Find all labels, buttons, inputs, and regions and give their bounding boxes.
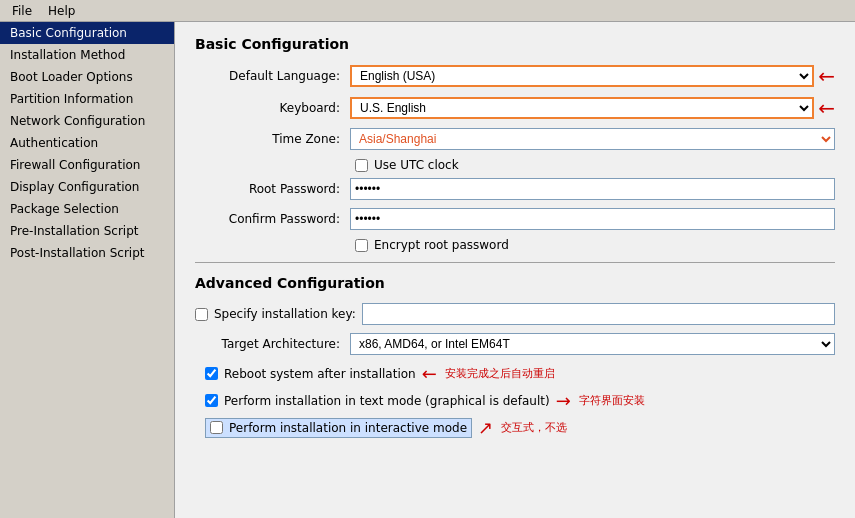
root-password-input[interactable] bbox=[350, 178, 835, 200]
root-password-control bbox=[350, 178, 835, 200]
text-mode-row: Perform installation in text mode (graph… bbox=[205, 390, 835, 411]
encrypt-password-checkbox[interactable] bbox=[355, 239, 368, 252]
confirm-password-input[interactable] bbox=[350, 208, 835, 230]
text-mode-checkbox[interactable] bbox=[205, 394, 218, 407]
encrypt-password-row: Encrypt root password bbox=[355, 238, 835, 252]
sidebar-item-boot-loader-options[interactable]: Boot Loader Options bbox=[0, 66, 174, 88]
root-password-label: Root Password: bbox=[195, 182, 350, 196]
text-mode-arrow-icon: → bbox=[556, 390, 571, 411]
interactive-highlight: Perform installation in interactive mode bbox=[205, 418, 472, 438]
reboot-arrow-icon: ← bbox=[422, 363, 437, 384]
interactive-label: Perform installation in interactive mode bbox=[229, 421, 467, 435]
sidebar-item-authentication[interactable]: Authentication bbox=[0, 132, 174, 154]
default-language-label: Default Language: bbox=[195, 69, 350, 83]
target-arch-select[interactable]: x86, AMD64, or Intel EM64T bbox=[350, 333, 835, 355]
keyboard-select[interactable]: U.S. English bbox=[350, 97, 814, 119]
default-language-select[interactable]: English (USA) bbox=[350, 65, 814, 87]
sidebar-item-partition-information[interactable]: Partition Information bbox=[0, 88, 174, 110]
text-mode-label: Perform installation in text mode (graph… bbox=[224, 394, 550, 408]
timezone-label: Time Zone: bbox=[195, 132, 350, 146]
sidebar-item-installation-method[interactable]: Installation Method bbox=[0, 44, 174, 66]
encrypt-password-label: Encrypt root password bbox=[374, 238, 509, 252]
interactive-annotation: 交互式，不选 bbox=[501, 420, 567, 435]
menu-file[interactable]: File bbox=[4, 2, 40, 20]
confirm-password-control bbox=[350, 208, 835, 230]
confirm-password-row: Confirm Password: bbox=[195, 208, 835, 230]
utc-clock-checkbox[interactable] bbox=[355, 159, 368, 172]
reboot-checkbox[interactable] bbox=[205, 367, 218, 380]
target-arch-row: Target Architecture: x86, AMD64, or Inte… bbox=[195, 333, 835, 355]
sidebar: Basic Configuration Installation Method … bbox=[0, 22, 175, 518]
sidebar-item-firewall-configuration[interactable]: Firewall Configuration bbox=[0, 154, 174, 176]
reboot-row: Reboot system after installation ← 安装完成之… bbox=[205, 363, 835, 384]
advanced-config-title: Advanced Configuration bbox=[195, 275, 835, 291]
timezone-select[interactable]: Asia/Shanghai bbox=[350, 128, 835, 150]
menubar: File Help bbox=[0, 0, 855, 22]
advanced-section: Advanced Configuration Specify installat… bbox=[195, 275, 835, 438]
sidebar-item-basic-configuration[interactable]: Basic Configuration bbox=[0, 22, 174, 44]
reboot-label: Reboot system after installation bbox=[224, 367, 416, 381]
default-language-row: Default Language: English (USA) ← bbox=[195, 64, 835, 88]
interactive-checkbox[interactable] bbox=[210, 421, 223, 434]
utc-clock-row: Use UTC clock bbox=[355, 158, 835, 172]
sidebar-item-package-selection[interactable]: Package Selection bbox=[0, 198, 174, 220]
reboot-annotation: 安装完成之后自动重启 bbox=[445, 366, 555, 381]
confirm-password-label: Confirm Password: bbox=[195, 212, 350, 226]
sidebar-item-display-configuration[interactable]: Display Configuration bbox=[0, 176, 174, 198]
keyboard-label: Keyboard: bbox=[195, 101, 350, 115]
sidebar-item-network-configuration[interactable]: Network Configuration bbox=[0, 110, 174, 132]
target-arch-label: Target Architecture: bbox=[195, 337, 350, 351]
keyboard-arrow-icon: ← bbox=[818, 96, 835, 120]
utc-clock-label: Use UTC clock bbox=[374, 158, 459, 172]
default-language-control: English (USA) ← bbox=[350, 64, 835, 88]
specify-key-label: Specify installation key: bbox=[214, 307, 356, 321]
root-password-row: Root Password: bbox=[195, 178, 835, 200]
menu-help[interactable]: Help bbox=[40, 2, 83, 20]
specify-key-input[interactable] bbox=[362, 303, 835, 325]
keyboard-row: Keyboard: U.S. English ← bbox=[195, 96, 835, 120]
interactive-row: Perform installation in interactive mode… bbox=[205, 417, 835, 438]
timezone-row: Time Zone: Asia/Shanghai bbox=[195, 128, 835, 150]
specify-key-checkbox[interactable] bbox=[195, 308, 208, 321]
language-arrow-icon: ← bbox=[818, 64, 835, 88]
sidebar-item-pre-installation-script[interactable]: Pre-Installation Script bbox=[0, 220, 174, 242]
specify-key-row: Specify installation key: bbox=[195, 303, 835, 325]
text-mode-annotation: 字符界面安装 bbox=[579, 393, 645, 408]
basic-config-title: Basic Configuration bbox=[195, 36, 835, 52]
section-divider bbox=[195, 262, 835, 263]
sidebar-item-post-installation-script[interactable]: Post-Installation Script bbox=[0, 242, 174, 264]
timezone-control: Asia/Shanghai bbox=[350, 128, 835, 150]
interactive-arrow-icon: ↗ bbox=[478, 417, 493, 438]
main-layout: Basic Configuration Installation Method … bbox=[0, 22, 855, 518]
content-area: Basic Configuration Default Language: En… bbox=[175, 22, 855, 518]
target-arch-control: x86, AMD64, or Intel EM64T bbox=[350, 333, 835, 355]
keyboard-control: U.S. English ← bbox=[350, 96, 835, 120]
